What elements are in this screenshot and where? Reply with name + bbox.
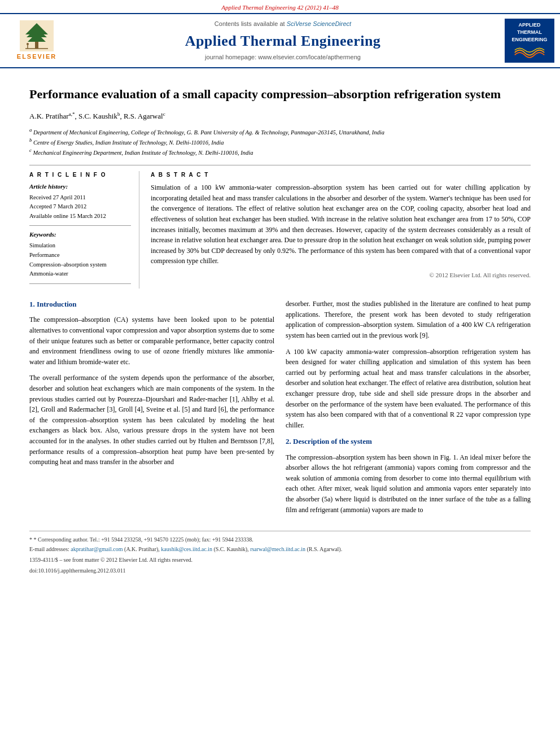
divider-3 (29, 283, 131, 284)
section2-title: 2. Description of the system (286, 436, 531, 447)
author3-sup: c (163, 111, 165, 117)
keyword-3: Compression–absorption system (29, 260, 131, 270)
issn-text: 1359-4311/$ – see front matter © 2012 El… (29, 557, 193, 563)
email3[interactable]: rsarwal@mech.iitd.ac.in (250, 546, 305, 552)
affiliation-c: c Mechanical Engineering Department, Ind… (29, 147, 531, 157)
issn-line: 1359-4311/$ – see front matter © 2012 El… (29, 556, 531, 564)
footnote-star: * (29, 536, 34, 543)
author1-name: A.K. Pratihar (29, 112, 69, 120)
main-content: Performance evaluation of a small capaci… (0, 68, 560, 586)
journal-cover-image: APPLIED THERMAL ENGINEERING (505, 19, 554, 63)
affiliation-b: b Centre of Energy Studies, Indian Insti… (29, 137, 531, 147)
aff-sup-a: a (29, 127, 32, 133)
elsevier-tree-icon (20, 20, 54, 51)
elsevier-logo: ELSEVIER (17, 20, 56, 61)
keyword-1: Simulation (29, 241, 131, 251)
divider-1 (29, 165, 531, 165)
info-abstract-section: A R T I C L E I N F O Article history: R… (29, 171, 531, 289)
header-center: Contents lists available at SciVerse Sci… (73, 20, 492, 62)
sciverse-link[interactable]: SciVerse ScienceDirect (287, 20, 352, 27)
aff-sup-c: c (29, 147, 32, 153)
article-title: Performance evaluation of a small capaci… (29, 86, 531, 103)
keywords-list: Simulation Performance Compression–absor… (29, 241, 131, 279)
journal-citation-bar: Applied Thermal Engineering 42 (2012) 41… (0, 0, 560, 13)
elsevier-brand-text: ELSEVIER (17, 53, 56, 61)
available-date: Available online 15 March 2012 (29, 212, 131, 221)
footnote-email: E-mail addresses: akpratihar@gmail.com (… (29, 545, 531, 553)
cover-line2: THERMAL (511, 29, 547, 36)
footnote-corresponding-text: * Corresponding author. Tel.: +91 5944 2… (34, 536, 253, 543)
copyright-line: © 2012 Elsevier Ltd. All rights reserved… (151, 271, 531, 279)
divider-2 (29, 225, 131, 226)
received-date: Received 27 April 2011 (29, 194, 131, 202)
sciverse-line: Contents lists available at SciVerse Sci… (73, 20, 492, 28)
aff-sup-b: b (29, 137, 32, 143)
journal-homepage: journal homepage: www.elsevier.com/locat… (73, 53, 492, 62)
email2[interactable]: kaushik@ces.iitd.ac.in (161, 546, 212, 552)
and-word: and (164, 458, 174, 466)
right-para2: A 100 kW capacity ammonia-water compress… (286, 347, 531, 431)
body-left-col: 1. Introduction The compression–absorpti… (29, 299, 274, 521)
article-info-col: A R T I C L E I N F O Article history: R… (29, 171, 139, 289)
keyword-4: Ammonia-water (29, 269, 131, 279)
email-label-text: E-mail addresses: (29, 546, 69, 552)
affiliations: a Department of Mechanical Engineering, … (29, 126, 531, 158)
section2-para: The compression–absorption system has be… (286, 452, 531, 516)
cover-decoration (510, 45, 549, 60)
accepted-date: Accepted 7 March 2012 (29, 203, 131, 211)
authors-line: A.K. Pratihara,*, S.C. Kaushikb, R.S. Ag… (29, 111, 531, 122)
history-label: Article history: (29, 182, 131, 191)
affiliation-a: a Department of Mechanical Engineering, … (29, 126, 531, 137)
email2-name: (S.C. Kaushik), (213, 546, 248, 552)
doi-text: doi:10.1016/j.applthermaleng.2012.03.011 (29, 567, 125, 574)
email1[interactable]: akpratihar@gmail.com (71, 546, 123, 552)
intro-para2: The overall performance of the system de… (29, 373, 274, 467)
body-right-col: desorber. Further, most the studies publ… (286, 299, 531, 521)
journal-title: Applied Thermal Engineering (73, 31, 492, 51)
footnote-corresponding: * * Corresponding author. Tel.: +91 5944… (29, 536, 531, 544)
sciverse-prefix: Contents lists available at (215, 20, 285, 27)
keywords-label: Keywords: (29, 230, 131, 239)
svg-point-6 (27, 43, 29, 45)
doi-line: doi:10.1016/j.applthermaleng.2012.03.011 (29, 567, 531, 575)
cover-line3: ENGINEERING (511, 36, 547, 43)
journal-cover-area: APPLIED THERMAL ENGINEERING (498, 19, 554, 63)
right-para1: desorber. Further, most the studies publ… (286, 299, 531, 340)
body-section: 1. Introduction The compression–absorpti… (29, 299, 531, 521)
author-sep1: , S.C. Kaushik (75, 112, 117, 120)
article-footer: * * Corresponding author. Tel.: +91 5944… (29, 531, 531, 575)
abstract-col: A B S T R A C T Simulation of a 100 kW a… (151, 171, 531, 289)
elsevier-logo-area: ELSEVIER (6, 20, 68, 61)
author-sep2: , R.S. Agarwal (120, 112, 163, 120)
header-banner: ELSEVIER Contents lists available at Sci… (0, 13, 560, 68)
email3-name: (R.S. Agarwal). (307, 546, 342, 552)
abstract-text: Simulation of a 100 kW ammonia-water com… (151, 182, 531, 267)
abstract-heading: A B S T R A C T (151, 171, 531, 179)
intro-para1: The compression–absorption (CA) systems … (29, 314, 274, 367)
email1-name: (A.K. Pratihar), (124, 546, 160, 552)
journal-citation-text: Applied Thermal Engineering 42 (2012) 41… (221, 4, 338, 11)
cover-line1: APPLIED (511, 21, 547, 29)
keyword-2: Performance (29, 251, 131, 260)
article-info-heading: A R T I C L E I N F O (29, 171, 131, 179)
svg-rect-1 (35, 42, 38, 49)
intro-title: 1. Introduction (29, 299, 274, 310)
author1-sup: a,* (69, 111, 75, 117)
